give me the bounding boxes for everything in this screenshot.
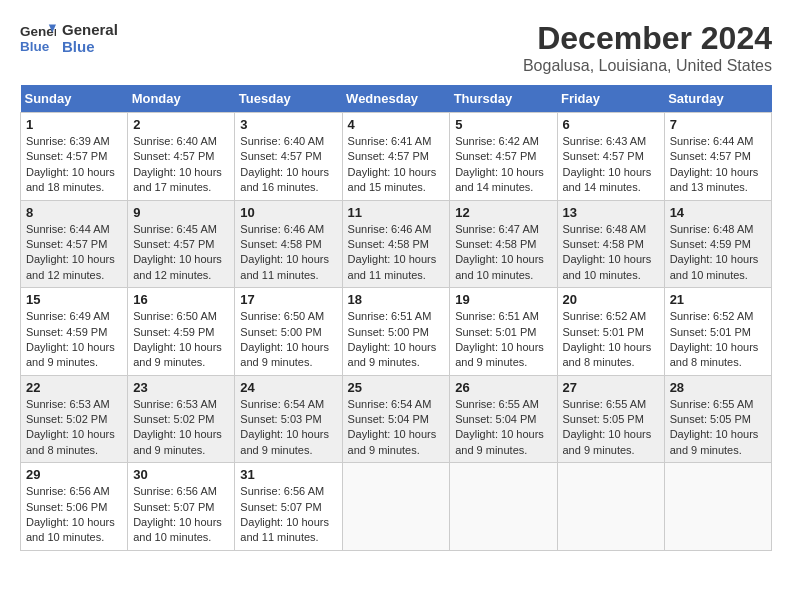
day-info-text: Sunrise: 6:56 AMSunset: 5:07 PMDaylight:… <box>133 484 229 546</box>
day-info-text: Sunrise: 6:54 AMSunset: 5:03 PMDaylight:… <box>240 397 336 459</box>
calendar-day-cell: 1Sunrise: 6:39 AMSunset: 4:57 PMDaylight… <box>21 113 128 201</box>
calendar-header-row: SundayMondayTuesdayWednesdayThursdayFrid… <box>21 85 772 113</box>
day-info-text: Sunrise: 6:48 AMSunset: 4:59 PMDaylight:… <box>670 222 766 284</box>
day-info-text: Sunrise: 6:45 AMSunset: 4:57 PMDaylight:… <box>133 222 229 284</box>
day-of-week-header: Thursday <box>450 85 557 113</box>
calendar-day-cell: 8Sunrise: 6:44 AMSunset: 4:57 PMDaylight… <box>21 200 128 288</box>
day-number: 17 <box>240 292 336 307</box>
day-info-text: Sunrise: 6:46 AMSunset: 4:58 PMDaylight:… <box>348 222 445 284</box>
calendar-table: SundayMondayTuesdayWednesdayThursdayFrid… <box>20 85 772 551</box>
day-number: 6 <box>563 117 659 132</box>
calendar-day-cell: 16Sunrise: 6:50 AMSunset: 4:59 PMDayligh… <box>128 288 235 376</box>
calendar-day-cell: 27Sunrise: 6:55 AMSunset: 5:05 PMDayligh… <box>557 375 664 463</box>
calendar-day-cell: 21Sunrise: 6:52 AMSunset: 5:01 PMDayligh… <box>664 288 771 376</box>
day-info-text: Sunrise: 6:55 AMSunset: 5:05 PMDaylight:… <box>563 397 659 459</box>
day-number: 11 <box>348 205 445 220</box>
calendar-day-cell: 23Sunrise: 6:53 AMSunset: 5:02 PMDayligh… <box>128 375 235 463</box>
day-of-week-header: Friday <box>557 85 664 113</box>
day-info-text: Sunrise: 6:42 AMSunset: 4:57 PMDaylight:… <box>455 134 551 196</box>
header: General Blue General Blue December 2024 … <box>20 20 772 75</box>
day-info-text: Sunrise: 6:40 AMSunset: 4:57 PMDaylight:… <box>240 134 336 196</box>
day-number: 14 <box>670 205 766 220</box>
calendar-week-row: 15Sunrise: 6:49 AMSunset: 4:59 PMDayligh… <box>21 288 772 376</box>
svg-text:Blue: Blue <box>20 39 50 54</box>
calendar-week-row: 1Sunrise: 6:39 AMSunset: 4:57 PMDaylight… <box>21 113 772 201</box>
day-info-text: Sunrise: 6:40 AMSunset: 4:57 PMDaylight:… <box>133 134 229 196</box>
calendar-day-cell: 18Sunrise: 6:51 AMSunset: 5:00 PMDayligh… <box>342 288 450 376</box>
calendar-day-cell: 13Sunrise: 6:48 AMSunset: 4:58 PMDayligh… <box>557 200 664 288</box>
day-info-text: Sunrise: 6:50 AMSunset: 5:00 PMDaylight:… <box>240 309 336 371</box>
location-title: Bogalusa, Louisiana, United States <box>523 57 772 75</box>
day-info-text: Sunrise: 6:46 AMSunset: 4:58 PMDaylight:… <box>240 222 336 284</box>
day-info-text: Sunrise: 6:53 AMSunset: 5:02 PMDaylight:… <box>26 397 122 459</box>
calendar-day-cell: 31Sunrise: 6:56 AMSunset: 5:07 PMDayligh… <box>235 463 342 551</box>
day-number: 18 <box>348 292 445 307</box>
logo: General Blue General Blue <box>20 20 118 56</box>
calendar-day-cell: 25Sunrise: 6:54 AMSunset: 5:04 PMDayligh… <box>342 375 450 463</box>
calendar-day-cell <box>557 463 664 551</box>
calendar-day-cell: 6Sunrise: 6:43 AMSunset: 4:57 PMDaylight… <box>557 113 664 201</box>
day-number: 8 <box>26 205 122 220</box>
day-number: 3 <box>240 117 336 132</box>
calendar-day-cell: 19Sunrise: 6:51 AMSunset: 5:01 PMDayligh… <box>450 288 557 376</box>
day-number: 12 <box>455 205 551 220</box>
day-info-text: Sunrise: 6:48 AMSunset: 4:58 PMDaylight:… <box>563 222 659 284</box>
day-number: 15 <box>26 292 122 307</box>
calendar-day-cell: 29Sunrise: 6:56 AMSunset: 5:06 PMDayligh… <box>21 463 128 551</box>
day-number: 21 <box>670 292 766 307</box>
calendar-day-cell <box>342 463 450 551</box>
day-of-week-header: Sunday <box>21 85 128 113</box>
day-of-week-header: Tuesday <box>235 85 342 113</box>
day-number: 26 <box>455 380 551 395</box>
day-number: 31 <box>240 467 336 482</box>
day-info-text: Sunrise: 6:41 AMSunset: 4:57 PMDaylight:… <box>348 134 445 196</box>
calendar-day-cell: 24Sunrise: 6:54 AMSunset: 5:03 PMDayligh… <box>235 375 342 463</box>
day-number: 10 <box>240 205 336 220</box>
day-info-text: Sunrise: 6:44 AMSunset: 4:57 PMDaylight:… <box>670 134 766 196</box>
day-info-text: Sunrise: 6:55 AMSunset: 5:05 PMDaylight:… <box>670 397 766 459</box>
calendar-day-cell: 4Sunrise: 6:41 AMSunset: 4:57 PMDaylight… <box>342 113 450 201</box>
day-number: 24 <box>240 380 336 395</box>
logo-line1: General <box>62 21 118 38</box>
calendar-day-cell: 17Sunrise: 6:50 AMSunset: 5:00 PMDayligh… <box>235 288 342 376</box>
calendar-day-cell: 3Sunrise: 6:40 AMSunset: 4:57 PMDaylight… <box>235 113 342 201</box>
day-info-text: Sunrise: 6:55 AMSunset: 5:04 PMDaylight:… <box>455 397 551 459</box>
calendar-day-cell: 11Sunrise: 6:46 AMSunset: 4:58 PMDayligh… <box>342 200 450 288</box>
calendar-week-row: 22Sunrise: 6:53 AMSunset: 5:02 PMDayligh… <box>21 375 772 463</box>
title-area: December 2024 Bogalusa, Louisiana, Unite… <box>523 20 772 75</box>
day-info-text: Sunrise: 6:54 AMSunset: 5:04 PMDaylight:… <box>348 397 445 459</box>
calendar-day-cell: 14Sunrise: 6:48 AMSunset: 4:59 PMDayligh… <box>664 200 771 288</box>
day-info-text: Sunrise: 6:50 AMSunset: 4:59 PMDaylight:… <box>133 309 229 371</box>
day-info-text: Sunrise: 6:56 AMSunset: 5:07 PMDaylight:… <box>240 484 336 546</box>
day-number: 27 <box>563 380 659 395</box>
day-info-text: Sunrise: 6:53 AMSunset: 5:02 PMDaylight:… <box>133 397 229 459</box>
day-info-text: Sunrise: 6:39 AMSunset: 4:57 PMDaylight:… <box>26 134 122 196</box>
calendar-day-cell: 9Sunrise: 6:45 AMSunset: 4:57 PMDaylight… <box>128 200 235 288</box>
day-number: 7 <box>670 117 766 132</box>
day-number: 29 <box>26 467 122 482</box>
day-number: 4 <box>348 117 445 132</box>
day-number: 20 <box>563 292 659 307</box>
day-number: 5 <box>455 117 551 132</box>
generalblue-logo-icon: General Blue <box>20 20 56 56</box>
calendar-week-row: 8Sunrise: 6:44 AMSunset: 4:57 PMDaylight… <box>21 200 772 288</box>
calendar-day-cell: 7Sunrise: 6:44 AMSunset: 4:57 PMDaylight… <box>664 113 771 201</box>
day-number: 9 <box>133 205 229 220</box>
day-info-text: Sunrise: 6:44 AMSunset: 4:57 PMDaylight:… <box>26 222 122 284</box>
calendar-day-cell: 10Sunrise: 6:46 AMSunset: 4:58 PMDayligh… <box>235 200 342 288</box>
day-number: 30 <box>133 467 229 482</box>
day-number: 19 <box>455 292 551 307</box>
day-number: 1 <box>26 117 122 132</box>
calendar-week-row: 29Sunrise: 6:56 AMSunset: 5:06 PMDayligh… <box>21 463 772 551</box>
calendar-body: 1Sunrise: 6:39 AMSunset: 4:57 PMDaylight… <box>21 113 772 551</box>
logo-line2: Blue <box>62 38 118 55</box>
day-of-week-header: Monday <box>128 85 235 113</box>
calendar-day-cell: 28Sunrise: 6:55 AMSunset: 5:05 PMDayligh… <box>664 375 771 463</box>
calendar-day-cell: 2Sunrise: 6:40 AMSunset: 4:57 PMDaylight… <box>128 113 235 201</box>
calendar-day-cell: 5Sunrise: 6:42 AMSunset: 4:57 PMDaylight… <box>450 113 557 201</box>
day-info-text: Sunrise: 6:52 AMSunset: 5:01 PMDaylight:… <box>670 309 766 371</box>
day-info-text: Sunrise: 6:43 AMSunset: 4:57 PMDaylight:… <box>563 134 659 196</box>
day-of-week-header: Wednesday <box>342 85 450 113</box>
day-info-text: Sunrise: 6:51 AMSunset: 5:01 PMDaylight:… <box>455 309 551 371</box>
day-number: 22 <box>26 380 122 395</box>
